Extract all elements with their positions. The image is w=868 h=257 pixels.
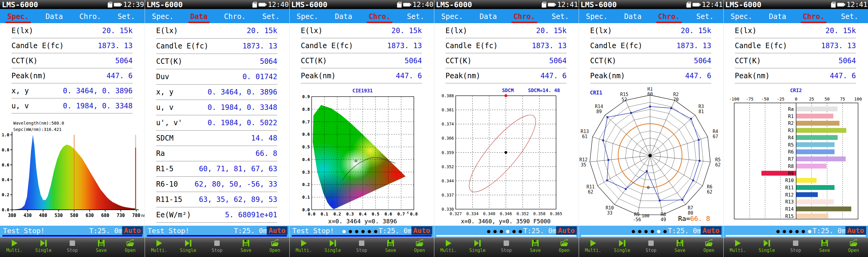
row-value: 5064	[115, 57, 133, 65]
page-dot	[651, 230, 654, 233]
toolbar-button-stop[interactable]: Stop	[58, 238, 87, 257]
sdcm-caption: x=0. 3460, y=0. 3590 F5000	[461, 218, 550, 224]
tab-spec[interactable]: Spec.	[439, 12, 465, 23]
save-icon	[820, 239, 829, 247]
cri1-spoke-name: R7	[688, 205, 693, 211]
page-dot	[776, 230, 780, 233]
toolbar-button-open[interactable]: Open	[405, 238, 434, 257]
toolbar-button-open[interactable]: Open	[116, 238, 145, 257]
toolbar-button-multi[interactable]: Multi.	[145, 238, 174, 257]
tab-data[interactable]: Data	[333, 12, 354, 23]
toolbar-button-open[interactable]: Open	[694, 238, 723, 257]
tab-chro[interactable]: Chro.	[656, 12, 681, 23]
tab-set[interactable]: Set.	[260, 12, 281, 23]
tab-chro[interactable]: Chro.	[78, 12, 103, 23]
tab-data[interactable]: Data	[767, 12, 788, 23]
toolbar-button-stop[interactable]: Stop	[203, 238, 231, 257]
page-indicator-dots[interactable]	[487, 230, 522, 233]
page-dot	[487, 230, 490, 233]
tab-spec[interactable]: Spec.	[729, 12, 754, 23]
stop-icon	[358, 239, 366, 247]
tab-set[interactable]: Set.	[694, 12, 715, 23]
row-value: 447. 6	[685, 72, 711, 80]
cri2-x-tick: -50	[761, 97, 769, 101]
tab-data[interactable]: Data	[622, 12, 644, 23]
page-indicator-dots[interactable]	[632, 230, 667, 233]
title-bar-status: 12:41	[686, 1, 723, 8]
device-title: LMS-6000	[725, 0, 761, 9]
toolbar-button-save[interactable]: Save	[521, 238, 550, 257]
page-dot	[632, 230, 635, 233]
toolbar-button-multi[interactable]: Multi.	[434, 238, 463, 257]
stop-icon	[502, 239, 510, 247]
tab-spec[interactable]: Spec.	[584, 12, 610, 23]
toolbar-button-save[interactable]: Save	[665, 238, 694, 257]
toolbar-button-save[interactable]: Save	[87, 238, 116, 257]
toolbar-button-save[interactable]: Save	[376, 238, 405, 257]
cri2-bar-label: R10	[785, 178, 794, 183]
tab-data[interactable]: Data	[44, 12, 65, 23]
toolbar-button-open[interactable]: Open	[260, 238, 289, 257]
row-label: E(lx)	[445, 27, 467, 35]
auto-mode-toggle[interactable]: Auto	[122, 226, 143, 235]
sdcm-y-tick: 0.381	[441, 107, 454, 112]
page-indicator-dots[interactable]	[776, 230, 811, 233]
cri1-spoke-value: 62	[715, 162, 721, 168]
auto-mode-toggle[interactable]: Auto	[267, 226, 287, 235]
toolbar-button-label: Multi.	[6, 248, 23, 253]
tab-spec[interactable]: Spec.	[295, 12, 320, 23]
tab-set[interactable]: Set.	[116, 12, 137, 23]
toolbar-button-single[interactable]: Single	[174, 238, 203, 257]
cie-x-tick: 0.3	[346, 212, 354, 216]
cri1-spoke-value: 89	[596, 109, 602, 114]
toolbar-button-multi[interactable]: Multi.	[579, 238, 608, 257]
tab-set[interactable]: Set.	[405, 12, 426, 23]
auto-mode-toggle[interactable]: Auto	[556, 226, 577, 235]
toolbar-button-single[interactable]: Single	[463, 238, 492, 257]
data-row-cctk: CCT(K)5064	[301, 53, 422, 68]
tab-data[interactable]: Data	[188, 12, 210, 23]
open-icon	[271, 239, 279, 247]
cri1-spoke-name: R4	[713, 129, 718, 134]
tab-set[interactable]: Set.	[839, 12, 860, 23]
toolbar-button-open[interactable]: Open	[550, 238, 579, 257]
tab-chro[interactable]: Chro.	[367, 12, 392, 23]
toolbar-button-multi[interactable]: Multi.	[0, 238, 29, 257]
ra-result: Ra=66. 8	[678, 215, 710, 222]
toolbar-button-single[interactable]: Single	[608, 238, 637, 257]
row-label: Peak(nm)	[735, 72, 770, 80]
spectrum-annotation: Sepc(mW/nm):316.421	[13, 127, 61, 132]
tab-data[interactable]: Data	[478, 12, 499, 23]
spectrum-x-unit: nm	[141, 213, 145, 218]
tab-bar: Spec.DataChro.Set.	[579, 9, 723, 23]
toolbar-button-save[interactable]: Save	[810, 238, 839, 257]
toolbar-button-label: Open	[704, 248, 714, 253]
toolbar-button-stop[interactable]: Stop	[347, 238, 376, 257]
auto-mode-toggle[interactable]: Auto	[411, 226, 432, 235]
page-indicator-dots[interactable]	[342, 230, 377, 233]
toolbar-button-save[interactable]: Save	[231, 238, 260, 257]
toolbar-button-open[interactable]: Open	[839, 238, 868, 257]
cri1-spoke-value: 62	[707, 189, 712, 195]
tab-spec[interactable]: Spec.	[5, 12, 31, 23]
toolbar-button-stop[interactable]: Stop	[637, 238, 665, 257]
tab-chro[interactable]: Chro.	[801, 12, 826, 23]
sdcm-x-tick: 0.346	[500, 211, 512, 216]
tab-set[interactable]: Set.	[550, 12, 571, 23]
play-step-icon	[184, 239, 192, 247]
toolbar-button-single[interactable]: Single	[29, 238, 58, 257]
tab-chro[interactable]: Chro.	[512, 12, 537, 23]
save-icon	[97, 239, 105, 247]
auto-mode-toggle[interactable]: Auto	[845, 226, 866, 235]
toolbar-button-single[interactable]: Single	[318, 238, 347, 257]
cri2-bar-label: Ra	[788, 107, 794, 112]
cri2-bar-label: R12	[785, 192, 794, 198]
toolbar-button-single[interactable]: Single	[752, 238, 781, 257]
toolbar-button-multi[interactable]: Multi.	[723, 238, 752, 257]
tab-chro[interactable]: Chro.	[222, 12, 247, 23]
toolbar-button-stop[interactable]: Stop	[492, 238, 521, 257]
auto-mode-toggle[interactable]: Auto	[701, 226, 721, 235]
toolbar-button-multi[interactable]: Multi.	[289, 238, 318, 257]
toolbar-button-stop[interactable]: Stop	[781, 238, 810, 257]
tab-spec[interactable]: Spec.	[150, 12, 176, 23]
